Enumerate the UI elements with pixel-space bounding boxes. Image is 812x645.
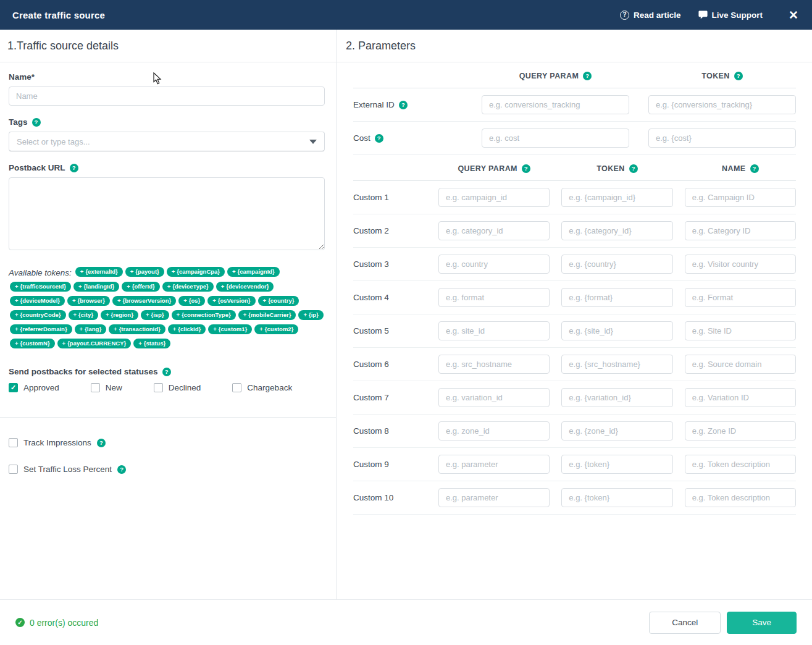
token-pill[interactable]: +{trafficSourceId} xyxy=(10,282,71,292)
token-pill[interactable]: +{browserVersion} xyxy=(112,296,176,306)
token-help-icon[interactable]: ? xyxy=(734,72,743,80)
custom-token-input[interactable] xyxy=(561,321,672,340)
token-pill[interactable]: +{campaignId} xyxy=(227,267,280,277)
custom-query-param-input[interactable] xyxy=(438,221,550,240)
custom-query-param-input[interactable] xyxy=(438,455,550,474)
param-help-icon[interactable]: ? xyxy=(375,134,383,143)
plus-icon: + xyxy=(106,311,109,318)
checkbox[interactable] xyxy=(154,383,163,392)
custom-name-input[interactable] xyxy=(685,421,796,441)
token-input[interactable] xyxy=(648,95,796,114)
token-pill[interactable]: +{connectionType} xyxy=(172,310,236,320)
close-icon[interactable]: ✕ xyxy=(789,9,798,21)
custom-token-input[interactable] xyxy=(561,188,672,207)
token-pill[interactable]: +{clickId} xyxy=(168,324,206,334)
token-pill[interactable]: +{customN} xyxy=(10,339,55,348)
read-article-link[interactable]: ? Read article xyxy=(620,11,681,20)
query-param-help-icon[interactable]: ? xyxy=(522,164,530,173)
track-impressions-checkbox[interactable]: Track Impressions ? xyxy=(9,438,106,447)
token-pill[interactable]: +{status} xyxy=(133,339,170,348)
status-checkbox-item[interactable]: New xyxy=(91,383,122,392)
token-input[interactable] xyxy=(648,129,796,148)
token-pill[interactable]: +{browser} xyxy=(67,296,110,306)
postback-help-icon[interactable]: ? xyxy=(70,164,78,172)
custom-name-input[interactable] xyxy=(685,221,796,240)
custom-query-param-input[interactable] xyxy=(438,288,550,307)
token-pill[interactable]: +{city} xyxy=(69,310,98,320)
token-pill[interactable]: +{referrerDomain} xyxy=(10,324,72,334)
status-checkbox-item[interactable]: Declined xyxy=(154,383,201,392)
postback-url-textarea[interactable] xyxy=(9,177,325,250)
token-pill[interactable]: +{payout.CURRENCY} xyxy=(57,339,132,348)
custom-name-input[interactable] xyxy=(685,288,796,307)
token-pill[interactable]: +{offerId} xyxy=(122,282,160,292)
query-param-input[interactable] xyxy=(482,95,629,114)
live-support-link[interactable]: Live Support xyxy=(698,11,763,20)
checkbox[interactable] xyxy=(232,383,241,392)
custom-name-input[interactable] xyxy=(685,388,796,407)
query-param-help-icon[interactable]: ? xyxy=(583,72,592,80)
traffic-loss-checkbox[interactable]: Set Traffic Loss Percent ? xyxy=(9,465,126,474)
token-pill[interactable]: +{payout} xyxy=(125,267,164,277)
custom-name-input[interactable] xyxy=(685,355,796,374)
tags-help-icon[interactable]: ? xyxy=(32,118,41,127)
status-checkbox-item[interactable]: Approved xyxy=(9,383,59,392)
token-pill[interactable]: +{lang} xyxy=(75,324,107,334)
token-pill[interactable]: +{landingId} xyxy=(73,282,119,292)
custom-query-param-input[interactable] xyxy=(438,188,550,207)
token-help-icon[interactable]: ? xyxy=(629,164,638,173)
custom-query-param-input[interactable] xyxy=(438,388,550,407)
custom-token-input[interactable] xyxy=(561,388,672,407)
checkbox[interactable] xyxy=(9,383,18,392)
token-pill[interactable]: +{deviceType} xyxy=(162,282,214,292)
custom-query-param-input[interactable] xyxy=(438,355,550,374)
token-pill[interactable]: +{osVersion} xyxy=(207,296,255,306)
param-help-icon[interactable]: ? xyxy=(399,101,408,109)
query-param-input[interactable] xyxy=(482,129,629,148)
custom-name-input[interactable] xyxy=(685,321,796,340)
custom-token-input[interactable] xyxy=(561,221,672,240)
save-button[interactable]: Save xyxy=(727,612,797,634)
custom-query-param-input[interactable] xyxy=(438,321,550,340)
custom-row-label: Custom 4 xyxy=(353,293,427,302)
custom-name-input[interactable] xyxy=(685,255,796,274)
custom-token-input[interactable] xyxy=(561,288,672,307)
custom-query-param-input[interactable] xyxy=(438,488,550,507)
cancel-button[interactable]: Cancel xyxy=(649,612,721,634)
token-pill[interactable]: +{externalId} xyxy=(75,267,123,277)
custom-token-input[interactable] xyxy=(561,421,672,441)
checkbox[interactable] xyxy=(9,438,18,447)
custom-name-input[interactable] xyxy=(685,455,796,474)
token-pill[interactable]: +{ip} xyxy=(298,310,323,320)
statuses-help-icon[interactable]: ? xyxy=(162,368,171,376)
name-help-icon[interactable]: ? xyxy=(750,164,759,173)
token-pill[interactable]: +{mobileCarrier} xyxy=(238,310,296,320)
name-input[interactable] xyxy=(9,86,325,106)
token-pill[interactable]: +{isp} xyxy=(141,310,169,320)
status-checkbox-item[interactable]: Chargeback xyxy=(232,383,292,392)
custom-query-param-input[interactable] xyxy=(438,255,550,274)
token-pill[interactable]: +{custom2} xyxy=(254,324,298,334)
custom-token-input[interactable] xyxy=(561,255,672,274)
token-pill[interactable]: +{transactionId} xyxy=(109,324,165,334)
custom-name-input[interactable] xyxy=(685,188,796,207)
token-pill[interactable]: +{region} xyxy=(101,310,138,320)
tags-select[interactable]: Select or type tags... xyxy=(9,132,325,151)
custom-token-input[interactable] xyxy=(561,455,672,474)
token-pill[interactable]: +{campaignCpa} xyxy=(167,267,225,277)
checkbox[interactable] xyxy=(9,465,18,474)
custom-token-input[interactable] xyxy=(561,488,672,507)
checkbox[interactable] xyxy=(91,383,100,392)
traffic-loss-help-icon[interactable]: ? xyxy=(117,465,126,474)
status-checkbox-label: New xyxy=(106,383,122,392)
token-pill[interactable]: +{custom1} xyxy=(208,324,252,334)
custom-query-param-input[interactable] xyxy=(438,421,550,441)
token-pill[interactable]: +{deviceModel} xyxy=(10,296,65,306)
custom-token-input[interactable] xyxy=(561,355,672,374)
token-pill[interactable]: +{deviceVendor} xyxy=(216,282,274,292)
token-pill[interactable]: +{os} xyxy=(178,296,205,306)
track-impressions-help-icon[interactable]: ? xyxy=(97,439,106,447)
custom-name-input[interactable] xyxy=(685,488,796,507)
token-pill[interactable]: +{country} xyxy=(258,296,299,306)
token-pill[interactable]: +{countryCode} xyxy=(10,310,66,320)
